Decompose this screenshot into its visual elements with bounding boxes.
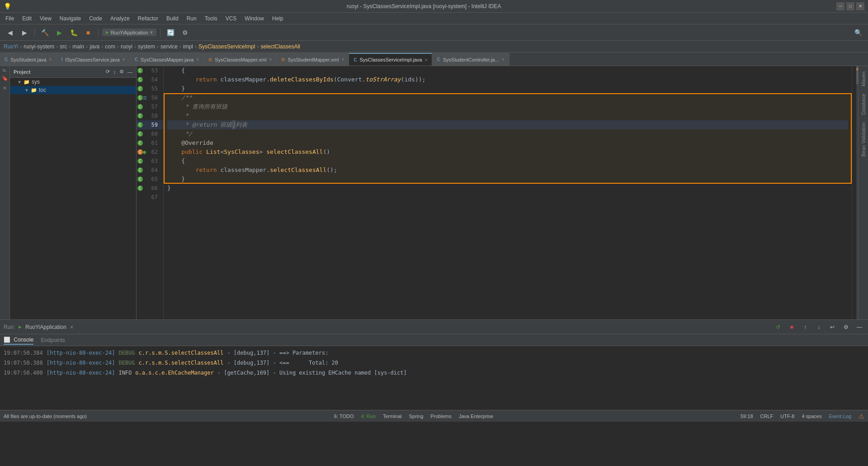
charset[interactable]: UTF-8 [780,414,794,419]
tab-sysstudentcontroller[interactable]: C SysStudentController.ja... × [432,53,509,66]
back-button[interactable]: ◀ [4,26,16,39]
status-spring[interactable]: Spring [406,414,426,419]
breadcrumb-main[interactable]: main [72,43,84,50]
breadcrumb-src[interactable]: src [60,43,67,50]
breadcrumb-com[interactable]: com [105,43,115,50]
menu-analyze[interactable]: Analyze [107,14,133,23]
code-line-57: * 查询所有班级 [167,102,848,111]
run-stop-button[interactable]: ■ [787,322,797,332]
title-bar-controls[interactable]: ─ □ ✕ [836,2,864,10]
log-thread-2: [http-nio-80-exec-24] [47,358,115,368]
editor-scrollbar[interactable] [852,66,858,319]
code-editor[interactable]: C 53 C 54 C 55 C ☰ 56 [137,66,858,319]
bookmark-icon[interactable]: 🔖 [2,76,8,81]
tab-sysclassesmapper[interactable]: C SysClassesMapper.java × [130,53,204,66]
menu-edit[interactable]: Edit [19,14,35,23]
bean-validation-panel-label[interactable]: Bean Validation [860,119,867,160]
log-thread-1: [http-nio-80-exec-24] [47,348,115,358]
breadcrumb-method[interactable]: selectClassesAll [260,43,300,50]
breadcrumb-service[interactable]: service [160,43,178,50]
project-sync-icon[interactable]: ⟳ [106,69,110,75]
run-soft-wrap[interactable]: ↩ [827,322,837,332]
run-config-label[interactable]: RuoYiApplication [111,30,148,35]
tab-close-mapperxml[interactable]: × [269,57,272,62]
tab-endpoints[interactable]: Endpoints [41,336,65,344]
project-settings-icon[interactable]: ⚙ [119,69,124,75]
project-title: Project [14,69,30,75]
status-bar: All files are up-to-date (moments ago) 6… [0,410,868,422]
breadcrumb-java[interactable]: java [90,43,99,50]
structure-icon[interactable]: ≡ [3,85,6,91]
menu-file[interactable]: File [2,14,18,23]
tab-close-impl[interactable]: × [425,57,428,62]
breadcrumb-ruoyi2[interactable]: ruoyi [121,43,132,50]
close-button[interactable]: ✕ [856,2,864,10]
stop-button[interactable]: ■ [82,26,94,39]
status-todo[interactable]: 6: TODO [331,414,357,419]
tree-item-toc[interactable]: ▼ 📁 toc [10,86,136,94]
menu-view[interactable]: View [36,14,55,23]
indent-setting[interactable]: 4 spaces [802,414,821,419]
breadcrumb-system[interactable]: system [138,43,155,50]
build-button[interactable]: 🔨 [38,26,51,39]
run-close-icon[interactable]: × [70,324,73,330]
project-collapse-icon[interactable]: ↕ [113,69,116,75]
sync-button[interactable]: 🔄 [164,26,177,39]
console-icon: ⬜ [4,337,10,343]
tab-close-controller[interactable]: × [502,57,505,62]
tab-sysstudent[interactable]: C SysStudent.java × [0,53,57,66]
debug-button[interactable]: 🐛 [67,26,80,39]
status-java-enterprise[interactable]: Java Enterprise [456,414,496,419]
tab-sysstudentmapperxml[interactable]: ⊞ SysStudentMapper.xml × [277,53,349,66]
minimize-button[interactable]: ─ [836,2,844,10]
run-settings[interactable]: ⚙ [841,322,851,332]
run-app-button[interactable]: ▶ [53,26,66,39]
menu-build[interactable]: Build [163,14,182,23]
breadcrumb-class[interactable]: SysClassesServiceImpl [198,43,255,50]
run-rerun-button[interactable]: ↺ [773,322,783,332]
tab-sysclassesmapperxml[interactable]: ⊞ SysClassesMapper.xml × [204,53,277,66]
run-scroll-down[interactable]: ↓ [814,322,824,332]
tab-isysclassesservice[interactable]: I ISysClassesService.java × [57,53,130,66]
maven-panel-label[interactable]: Maven [860,68,867,90]
menu-tools[interactable]: Tools [201,14,221,23]
project-panel: Project ⟳ ↕ ⚙ — ▼ 📁 sys ▼ 📁 toc [10,66,137,319]
menu-navigate[interactable]: Navigate [56,14,85,23]
menu-vcs[interactable]: VCS [222,14,241,23]
line-ending[interactable]: CRLF [760,414,774,419]
search-button[interactable]: 🔍 [852,26,864,39]
code-line-62: public List<SysClasses> selectClassesAll… [167,147,848,157]
status-problems[interactable]: Problems [428,414,454,419]
tab-sysclassesserviceimpl[interactable]: C SysClassesServiceImpl.java × [349,53,432,66]
tab-close-studentxml[interactable]: × [341,57,344,62]
settings-button[interactable]: ⚙ [179,26,191,39]
database-panel-label[interactable]: Database [860,90,867,119]
run-config-arrow[interactable]: ▼ [150,30,153,35]
status-run[interactable]: 4: Run [358,414,378,419]
menu-run[interactable]: Run [183,14,200,23]
code-lines[interactable]: { return classesMapper.deleteClassesById… [164,66,852,319]
project-hide-icon[interactable]: — [127,69,132,75]
tab-close-iservice[interactable]: × [123,57,125,62]
run-app-name[interactable]: RuoYiApplication [25,324,66,330]
cursor-position[interactable]: 59:18 [741,414,753,419]
breadcrumb-ruoyi[interactable]: RuoYi [4,43,18,50]
breadcrumb-module[interactable]: ruoyi-system [24,43,54,50]
run-hide[interactable]: — [854,322,864,332]
tree-item-sys[interactable]: ▼ 📁 sys [10,78,136,86]
maximize-button[interactable]: □ [846,2,854,10]
tab-close-mapper[interactable]: × [196,57,199,62]
menu-help[interactable]: Help [269,14,287,23]
menu-window[interactable]: Window [241,14,268,23]
line-num-66: C 66 [137,184,163,193]
tab-close-sysstudent[interactable]: × [49,57,52,62]
project-icon[interactable]: P [2,69,8,72]
forward-button[interactable]: ▶ [18,26,31,39]
status-terminal[interactable]: Terminal [380,414,405,419]
menu-code[interactable]: Code [85,14,106,23]
breadcrumb-impl[interactable]: impl [183,43,193,50]
menu-refactor[interactable]: Refactor [134,14,162,23]
tab-console[interactable]: ⬜ Console [4,336,33,345]
event-log[interactable]: Event Log [829,414,851,419]
run-scroll-up[interactable]: ↑ [800,322,810,332]
